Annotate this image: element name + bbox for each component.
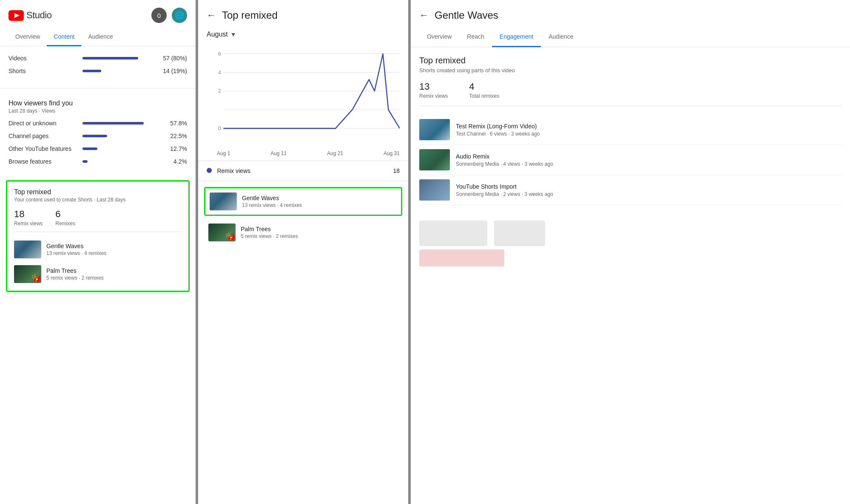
right-tabs: Overview Reach Engagement Audience (411, 27, 850, 47)
right-metrics-row: 13 Remix views 4 Total remixes (419, 81, 841, 106)
right-total-remixes-num: 4 (469, 81, 499, 92)
other-bar-wrap (82, 147, 164, 150)
tab-overview[interactable]: Overview (9, 28, 47, 46)
studio-title: Studio (26, 10, 51, 21)
shorts-bar (82, 70, 101, 72)
remix-chart: 6 4 2 0 (207, 49, 400, 147)
other-value: 12.7% (170, 145, 187, 152)
right-top-remixed-sub: Shorts created using parts of this video (419, 67, 841, 74)
left-tabs: Overview Content Audience (0, 28, 196, 46)
remix-views-metric: 18 Remix views (14, 209, 43, 227)
gentle-waves-name: Gentle Waves (46, 243, 106, 249)
remix-views-count: 18 (393, 167, 400, 174)
x-label-aug31: Aug 31 (384, 150, 400, 156)
direct-label: Direct or unknown (9, 120, 77, 127)
right-tab-overview[interactable]: Overview (419, 27, 459, 47)
placeholder-pink-block (419, 249, 504, 266)
shorts-bar-wrap (82, 70, 157, 72)
placeholder-row-1 (419, 214, 841, 246)
browse-stat-row: Browse features 4.2% (9, 158, 187, 165)
remix-item-audio[interactable]: Audio Remix Sonnenberg Media · 4 views ·… (419, 145, 841, 175)
remix-name-shorts: YouTube Shorts Import (456, 183, 553, 190)
svg-text:4: 4 (218, 69, 221, 75)
left-gentle-waves-item[interactable]: Gentle Waves 13 remix views · 4 remixes (14, 237, 182, 262)
right-total-remixes-metric: 4 Total remixes (469, 81, 499, 99)
stats-section: Videos 57 (80%) Shorts 14 (19%) (0, 46, 196, 85)
how-viewers-sub: Last 28 days · Views (9, 108, 187, 114)
gentle-waves-thumb (14, 241, 41, 258)
remix-name-test: Test Remix (Long-Form Video) (456, 123, 540, 130)
videos-bar-wrap (82, 57, 157, 59)
remix-meta-test: Test Channel · 6 views · 3 weeks ago (456, 131, 540, 137)
channel-value: 22.5% (170, 133, 187, 139)
mid-palm-info: Palm Trees 5 remix views · 2 remixes (241, 226, 298, 239)
right-tab-engagement[interactable]: Engagement (492, 27, 541, 47)
mid-header: ← Top remixed (198, 0, 408, 27)
top-remixed-card[interactable]: Top remixed Your content used to create … (6, 180, 190, 292)
month-selector[interactable]: August ▼ (198, 27, 408, 45)
mid-palm-trees-item[interactable]: ▶ Palm Trees 5 remix views · 2 remixes (204, 219, 402, 246)
notification-badge[interactable]: 0 (151, 8, 167, 23)
other-stat-row: Other YouTube features 12.7% (9, 145, 187, 152)
remix-thumb-test (419, 119, 450, 140)
videos-bar (82, 57, 138, 59)
right-tab-reach[interactable]: Reach (459, 27, 492, 47)
channel-bar-wrap (82, 135, 164, 137)
remix-meta-audio: Sonnenberg Media · 4 views · 3 weeks ago (456, 161, 553, 167)
browse-bar-wrap (82, 160, 168, 163)
youtube-logo: Studio (9, 10, 51, 21)
remixes-metric: 6 Remixes (55, 209, 75, 227)
remix-views-label: Remix views (217, 167, 250, 174)
remix-meta-shorts: Sonnenberg Media · 2 views · 3 weeks ago (456, 191, 553, 197)
remix-item-shorts[interactable]: YouTube Shorts Import Sonnenberg Media ·… (419, 175, 841, 205)
header-icons: 0 🌐 (151, 8, 187, 23)
browse-label: Browse features (9, 158, 77, 165)
globe-icon[interactable]: 🌐 (172, 8, 187, 23)
placeholder-block-1 (419, 221, 487, 246)
chart-area: 6 4 2 0 (198, 45, 408, 149)
x-label-aug1: Aug 1 (217, 150, 230, 156)
studio-header: Studio 0 🌐 (0, 0, 196, 28)
remixes-num: 6 (55, 209, 75, 220)
mid-back-button[interactable]: ← (207, 11, 216, 20)
channel-bar (82, 135, 107, 137)
other-label: Other YouTube features (9, 145, 77, 152)
tab-audience[interactable]: Audience (81, 28, 119, 46)
right-back-button[interactable]: ← (419, 11, 429, 20)
palm-trees-info: Palm Trees 5 remix views · 2 remixes (46, 267, 104, 281)
browse-bar (82, 160, 88, 163)
remix-info-test: Test Remix (Long-Form Video) Test Channe… (456, 123, 540, 137)
remix-info-audio: Audio Remix Sonnenberg Media · 4 views ·… (456, 153, 553, 167)
right-top-remixed-title: Top remixed (419, 56, 841, 65)
mid-gentle-thumb (210, 193, 237, 210)
remix-views-left: Remix views (207, 167, 250, 175)
svg-text:2: 2 (218, 88, 221, 94)
left-palm-trees-item[interactable]: ▶ Palm Trees 5 remix views · 2 remixes (14, 262, 182, 286)
right-tab-audience[interactable]: Audience (541, 27, 581, 47)
mid-shorts-badge: ▶ (228, 234, 235, 241)
shorts-label: Shorts (9, 68, 77, 74)
remix-thumb-audio (419, 149, 450, 170)
right-remix-views-label: Remix views (419, 93, 448, 99)
palm-trees-thumb: ▶ (14, 265, 41, 283)
other-bar (82, 147, 97, 150)
tab-content[interactable]: Content (47, 28, 81, 46)
remix-views-num: 18 (14, 209, 43, 220)
gentle-waves-info: Gentle Waves 13 remix views · 4 remixes (46, 243, 106, 256)
remix-item-test[interactable]: Test Remix (Long-Form Video) Test Channe… (419, 115, 841, 145)
remix-name-audio: Audio Remix (456, 153, 553, 160)
mid-palm-name: Palm Trees (241, 226, 298, 232)
remix-info-shorts: YouTube Shorts Import Sonnenberg Media ·… (456, 183, 553, 197)
mid-palm-thumb: ▶ (208, 224, 236, 241)
videos-label: Videos (9, 55, 77, 62)
mid-gentle-meta: 13 remix views · 4 remixes (242, 202, 302, 208)
left-metrics-row: 18 Remix views 6 Remixes (14, 209, 182, 232)
mid-palm-meta: 5 remix views · 2 remixes (241, 233, 298, 239)
placeholder-block-2 (494, 221, 545, 246)
how-viewers-title: How viewers find you (9, 99, 187, 107)
remix-thumb-shorts (419, 179, 450, 201)
direct-bar (82, 122, 144, 125)
palm-trees-name: Palm Trees (46, 267, 104, 274)
channel-label: Channel pages (9, 133, 77, 139)
mid-gentle-waves-item[interactable]: Gentle Waves 13 remix views · 4 remixes (204, 187, 402, 216)
